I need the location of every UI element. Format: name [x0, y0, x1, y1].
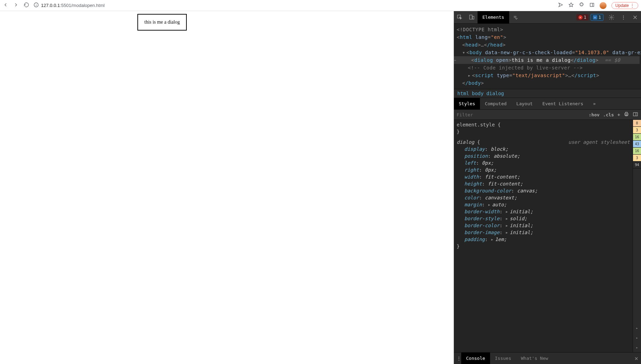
styles-rules[interactable]: element.style { } user agent stylesheetd… — [454, 120, 633, 352]
drawer-console-label: Console — [466, 356, 485, 361]
profile-avatar[interactable] — [600, 2, 607, 9]
devtools-close-icon[interactable] — [629, 11, 641, 24]
box-model-expand-icon[interactable]: ▸ — [633, 342, 641, 352]
css-declaration[interactable]: display: block; — [457, 146, 630, 152]
styles-tabs-overflow-icon[interactable]: » — [588, 98, 601, 110]
update-button[interactable]: Update ⋮ — [611, 2, 638, 9]
expand-tri-icon[interactable] — [505, 230, 510, 235]
css-declaration[interactable]: border-width: initial; — [457, 208, 630, 215]
errors-badge[interactable]: ✕1 — [576, 14, 588, 20]
dom-selected-row[interactable]: ⋯ <dialog open>this is me a dialog</dial… — [454, 56, 640, 64]
new-rule-icon[interactable]: + — [617, 112, 620, 117]
drawer-tab-issues[interactable]: Issues — [490, 353, 516, 364]
css-declaration[interactable]: color: canvastext; — [457, 194, 630, 201]
tab-event-listeners[interactable]: Event Listeners — [538, 98, 588, 110]
css-declaration[interactable]: border-color: initial; — [457, 222, 630, 229]
css-declaration[interactable]: height: fit-content; — [457, 180, 630, 187]
breadcrumb-body[interactable]: body — [472, 91, 484, 96]
reload-icon[interactable] — [24, 2, 29, 9]
box-model-value: 16 — [633, 134, 641, 141]
bookmark-star-icon[interactable] — [568, 2, 574, 9]
forward-icon[interactable] — [13, 2, 19, 9]
tabs-overflow-icon[interactable] — [509, 11, 521, 24]
url-domain: 127.0.0.1 — [41, 3, 60, 8]
hov-toggle[interactable]: :hov — [589, 112, 600, 117]
css-declaration[interactable]: border-image: initial; — [457, 229, 630, 236]
dom-script-type-attr: type — [497, 73, 509, 78]
svg-point-10 — [611, 16, 612, 18]
dialog-selector: dialog — [457, 139, 474, 145]
breadcrumb-html[interactable]: html — [457, 91, 469, 96]
dom-sel-marker: == $0 — [605, 57, 620, 63]
svg-rect-8 — [470, 15, 472, 19]
dom-body-attr2: data-gr-ext-installed — [612, 50, 641, 55]
css-declaration[interactable]: border-style: solid; — [457, 215, 630, 222]
info-badge[interactable]: =1 — [591, 14, 603, 21]
css-declaration[interactable]: left: 0px; — [457, 159, 630, 166]
panel-icon[interactable] — [589, 2, 595, 9]
css-declaration[interactable]: background-color: canvas; — [457, 187, 630, 194]
breadcrumb-dialog[interactable]: dialog — [486, 91, 504, 96]
url-path: :5501/modalopen.html — [60, 3, 105, 8]
element-style-rule[interactable]: element.style { } — [457, 121, 630, 135]
css-declaration[interactable]: right: 0px; — [457, 166, 630, 173]
dialog-ua-rule[interactable]: user agent stylesheetdialog { display: b… — [457, 139, 630, 250]
css-prop: border-width — [464, 209, 499, 214]
css-val: canvas; — [517, 188, 538, 193]
dom-breadcrumb[interactable]: html body dialog — [454, 89, 641, 98]
box-model-expand-icon[interactable]: ▸ — [633, 333, 641, 342]
css-prop: height — [464, 181, 482, 187]
css-val: 0px; — [485, 167, 497, 173]
expand-tri-icon[interactable] — [488, 202, 492, 207]
svg-rect-14 — [625, 112, 627, 113]
tab-layout[interactable]: Layout — [512, 98, 538, 110]
computed-toggle-icon[interactable] — [633, 111, 638, 118]
devtools-menu-icon[interactable]: ⋮ — [617, 11, 629, 24]
back-icon[interactable] — [3, 2, 8, 9]
styles-filter-input[interactable] — [457, 112, 585, 117]
css-val: 0px; — [482, 160, 494, 166]
print-media-icon[interactable] — [624, 111, 629, 118]
drawer-tab-console[interactable]: Console — [461, 353, 490, 364]
css-val: canvastext; — [485, 195, 517, 200]
drawer-close-icon[interactable]: × — [634, 355, 638, 362]
dialog-element[interactable]: this is me a dialog — [137, 14, 187, 31]
box-model-expand-icon[interactable]: ▸ — [633, 323, 641, 333]
tab-styles[interactable]: Styles — [454, 98, 480, 110]
css-prop: border-style — [464, 216, 499, 221]
dom-script-open: script — [475, 73, 494, 78]
css-declaration[interactable]: padding: 1em; — [457, 236, 630, 243]
extensions-icon[interactable] — [579, 2, 584, 9]
caret-icon[interactable] — [468, 73, 472, 78]
device-toggle-icon[interactable] — [466, 11, 478, 24]
expand-tri-icon[interactable] — [505, 223, 510, 228]
css-prop: border-image — [464, 230, 499, 235]
drawer-tab-whatsnew[interactable]: What's New — [516, 353, 553, 364]
inspect-icon[interactable] — [454, 11, 466, 24]
cls-toggle[interactable]: .cls — [603, 112, 614, 117]
css-prop: margin — [464, 202, 482, 207]
row-menu-icon[interactable]: ⋯ — [454, 56, 456, 64]
expand-tri-icon[interactable] — [505, 216, 510, 221]
css-declaration[interactable]: width: fit-content; — [457, 173, 630, 180]
dom-tree[interactable]: <!DOCTYPE html> <html lang="en"> <head>…… — [454, 24, 641, 89]
tab-event-listeners-label: Event Listeners — [543, 101, 583, 106]
dom-head-open: head — [465, 42, 478, 48]
drawer-menu-icon[interactable]: ⋮ — [457, 356, 461, 361]
css-prop: padding — [464, 237, 485, 242]
send-icon[interactable] — [558, 2, 563, 9]
site-info-icon[interactable] — [33, 2, 39, 9]
expand-tri-icon[interactable] — [491, 237, 495, 242]
caret-icon[interactable] — [462, 50, 466, 55]
css-prop: background-color — [464, 188, 511, 193]
css-declaration[interactable]: position: absolute; — [457, 152, 630, 159]
css-val: initial; — [510, 223, 533, 228]
drawer-whatsnew-label: What's New — [521, 356, 548, 361]
expand-tri-icon[interactable] — [505, 209, 510, 214]
tab-computed[interactable]: Computed — [480, 98, 512, 110]
css-declaration[interactable]: margin: auto; — [457, 201, 630, 208]
tab-elements[interactable]: Elements — [478, 11, 509, 24]
address-bar[interactable]: 127.0.0.1:5501/modalopen.html — [33, 2, 554, 9]
settings-gear-icon[interactable] — [606, 11, 617, 24]
dom-comment: <!-- Code injected by live-server --> — [468, 65, 583, 71]
